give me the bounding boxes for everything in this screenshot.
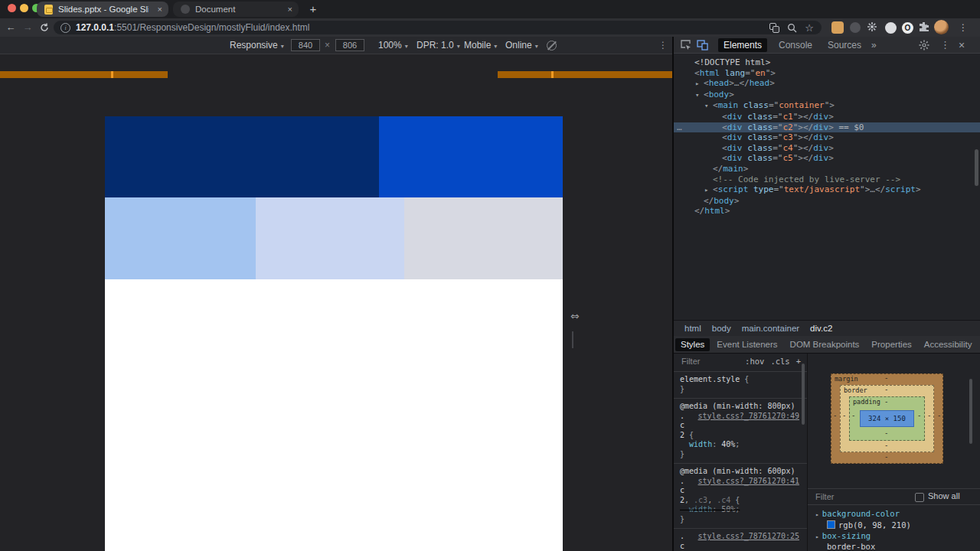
tab-close-icon[interactable]: × [158, 5, 162, 14]
device-type-dropdown[interactable]: Responsive▾ [230, 37, 284, 54]
expand-arrow-icon[interactable]: ▸ [695, 79, 704, 90]
css-rule[interactable]: element.style {} [674, 372, 807, 399]
devtools-tab-console[interactable]: Console [773, 38, 818, 52]
responsive-viewport: ⇔ [0, 54, 672, 551]
tab-close-icon[interactable]: × [288, 5, 292, 14]
reload-button[interactable] [37, 18, 52, 37]
extensions-puzzle-icon[interactable] [919, 21, 931, 34]
breadcrumb-item[interactable]: main.container [742, 324, 799, 333]
dom-tree-node[interactable]: </html> [674, 206, 980, 217]
close-window-button[interactable] [8, 4, 16, 12]
computed-property[interactable]: ▸background-color [815, 509, 976, 520]
box-model-value: - [884, 387, 888, 392]
media-query-bar[interactable] [498, 71, 672, 78]
chevron-down-icon: ▾ [405, 43, 408, 50]
profile-avatar[interactable] [934, 20, 949, 34]
css-rule[interactable]: @media (min-width: 600px)style.css?_7876… [674, 464, 807, 529]
computed-scrollbar[interactable] [969, 379, 972, 444]
devtools-close-icon[interactable]: × [959, 37, 965, 54]
breadcrumb-item[interactable]: body [712, 324, 731, 333]
extension-icon-4[interactable]: O [902, 22, 913, 34]
breadcrumb-item[interactable]: div.c2 [810, 324, 832, 333]
address-bar[interactable]: i 127.0.0.1:5501/ResponsiveDesign/mostly… [54, 21, 822, 34]
devtools-menu-icon[interactable]: ⋮ [940, 37, 950, 54]
dom-tree-node[interactable]: …<div class="c2"></div> == $0 [674, 122, 980, 133]
styles-filter-input[interactable] [674, 354, 735, 366]
dom-tree-node[interactable]: ▸<script type="text/javascript">…</scrip… [674, 184, 980, 196]
back-button[interactable]: ← [3, 18, 18, 37]
hover-state-toggle[interactable]: :hov [745, 357, 764, 366]
viewport-scrollbar[interactable] [572, 331, 573, 348]
dom-tree-node[interactable]: <!DOCTYPE html> [674, 57, 980, 68]
device-toolbar-menu-icon[interactable]: ⋮ [658, 37, 668, 54]
sidebar-tab-styles[interactable]: Styles [675, 338, 710, 351]
extension-icon-3[interactable] [885, 22, 897, 34]
zoom-dropdown[interactable]: 100%▾ [378, 37, 408, 54]
toggle-device-toolbar-icon[interactable] [697, 39, 709, 51]
browser-menu-icon[interactable]: ⋮ [956, 18, 971, 37]
dom-tree-node[interactable]: <!-- Code injected by live-server --> [674, 174, 980, 185]
expand-arrow-icon[interactable]: ▸ [704, 185, 713, 196]
sidebar-tab-accessibility[interactable]: Accessibility [919, 338, 978, 351]
computed-filter-input[interactable] [808, 489, 869, 501]
extension-gear-icon[interactable] [867, 21, 879, 34]
stylesheet-link[interactable]: style.css?_78761270:49 [698, 412, 799, 422]
media-query-bar[interactable] [0, 71, 168, 78]
css-rule[interactable]: style.css?_78761270:25.c2 { background-c… [674, 529, 807, 551]
node-menu-dots[interactable]: … [677, 122, 682, 133]
dom-tree-node[interactable]: <div class="c1"></div> [674, 112, 980, 122]
dom-tree-node[interactable]: ▸<head>…</head> [674, 78, 980, 90]
stylesheet-link[interactable]: style.css?_78761270:25 [698, 532, 799, 542]
css-rule[interactable]: @media (min-width: 800px)style.css?_7876… [674, 399, 807, 464]
tab-document[interactable]: Document × [173, 2, 299, 17]
computed-property[interactable]: ▸box-sizing [815, 531, 976, 543]
new-rule-button[interactable]: + [796, 357, 801, 366]
viewport-height-input[interactable] [335, 39, 364, 51]
computed-filter-row: Show all [808, 488, 980, 505]
show-all-checkbox[interactable] [915, 493, 924, 502]
dom-tree-node[interactable]: <div class="c3"></div> [674, 132, 980, 143]
viewport-width-input[interactable] [291, 39, 320, 51]
bookmark-star-icon[interactable]: ☆ [805, 22, 814, 34]
dom-tree-node[interactable]: <div class="c4"></div> [674, 143, 980, 154]
forward-button[interactable]: → [20, 18, 35, 37]
new-tab-button[interactable]: + [305, 1, 322, 18]
more-tabs-icon[interactable]: » [871, 37, 877, 54]
tab-google-slides[interactable]: Slides.pptx - Google Slides × [37, 2, 168, 17]
site-info-icon[interactable]: i [60, 23, 70, 33]
media-query-divider [551, 71, 554, 78]
collapse-arrow-icon[interactable]: ▾ [695, 90, 704, 101]
dom-tree-node[interactable]: ▾<body> [674, 90, 980, 101]
zoom-icon[interactable] [787, 23, 797, 33]
network-dropdown[interactable]: Online▾ [505, 37, 538, 54]
devtools-tab-sources[interactable]: Sources [822, 38, 867, 52]
extension-icon-2[interactable] [850, 22, 861, 33]
translate-icon[interactable] [769, 23, 779, 33]
stylesheet-link[interactable]: style.css?_78761270:41 [698, 477, 799, 487]
sidebar-tab-event-listeners[interactable]: Event Listeners [711, 338, 782, 351]
viewport-resize-handle[interactable]: ⇔ [570, 310, 580, 322]
devtools-settings-icon[interactable] [919, 40, 931, 52]
minimize-window-button[interactable] [20, 4, 28, 12]
sidebar-tab-dom-breakpoints[interactable]: DOM Breakpoints [785, 338, 865, 351]
dom-tree-node[interactable]: <html lang="en"> [674, 68, 980, 79]
extension-icon-1[interactable] [831, 21, 844, 34]
dpr-dropdown[interactable]: DPR: 1.0▾ [416, 37, 460, 54]
collapse-arrow-icon[interactable]: ▾ [704, 101, 713, 112]
box-model-value: - [884, 431, 888, 435]
class-toggle[interactable]: .cls [770, 357, 789, 366]
sidebar-tabs: StylesEvent ListenersDOM BreakpointsProp… [674, 336, 980, 354]
dom-tree-node[interactable]: ▾<main class="container"> [674, 100, 980, 112]
margin-label: margin [835, 375, 858, 383]
dom-tree-node[interactable]: </main> [674, 164, 980, 174]
elements-scrollbar[interactable] [975, 149, 978, 186]
devtools-tab-elements[interactable]: Elements [718, 38, 767, 52]
styles-scrollbar[interactable] [802, 364, 805, 425]
dom-tree-node[interactable]: <div class="c5"></div> [674, 153, 980, 164]
sidebar-tab-properties[interactable]: Properties [866, 338, 916, 351]
breadcrumb-item[interactable]: html [684, 324, 701, 333]
inspect-element-icon[interactable] [680, 39, 692, 51]
throttling-dropdown[interactable]: Mobile▾ [464, 37, 497, 54]
dom-tree-node[interactable]: </body> [674, 196, 980, 207]
box-model-diagram[interactable]: 324 × 150 margin border padding --------… [831, 373, 943, 464]
